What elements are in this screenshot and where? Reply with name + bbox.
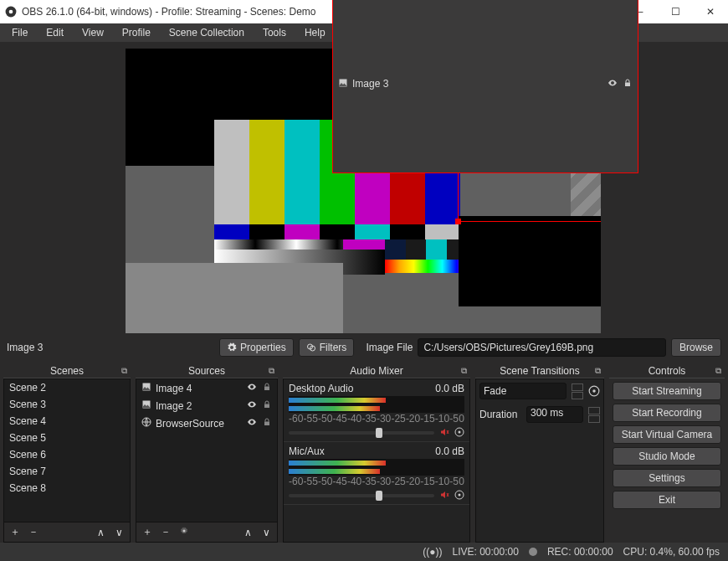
status-bar: ((●)) LIVE: 00:00:00 REC: 00:00:00 CPU: … <box>0 543 728 561</box>
lock-icon[interactable] <box>262 417 272 430</box>
lock-icon[interactable] <box>262 399 272 412</box>
menu-file[interactable]: File <box>8 25 31 40</box>
status-live: LIVE: 00:00:00 <box>452 546 518 558</box>
source-label: Image 4 <box>156 383 192 394</box>
svg-point-16 <box>459 493 461 496</box>
popout-icon[interactable]: ⧉ <box>121 366 127 376</box>
gear-icon <box>179 526 189 536</box>
mute-icon[interactable] <box>439 490 449 502</box>
selected-source-label: Image 3 <box>7 342 214 353</box>
scenes-list[interactable]: Scene 1Scene 2Scene 3Scene 4Scene 5Scene… <box>3 378 131 522</box>
visibility-icon[interactable] <box>247 399 257 412</box>
svg-rect-9 <box>264 404 269 409</box>
mixer-header: Audio Mixer <box>350 365 402 377</box>
popout-icon[interactable]: ⧉ <box>461 366 467 376</box>
transitions-panel: Scene Transitions⧉ Fade Duration 300 ms <box>475 363 604 543</box>
duration-label: Duration <box>479 409 521 420</box>
filters-button[interactable]: Filters <box>299 338 355 357</box>
scenes-header: Scenes <box>50 365 84 377</box>
duration-input[interactable]: 300 ms <box>526 406 583 423</box>
scene-down-button[interactable]: ∨ <box>111 527 126 538</box>
gear-icon[interactable] <box>454 427 464 440</box>
scene-item[interactable]: Scene 3 <box>4 396 130 413</box>
meter <box>289 396 464 404</box>
channel-name: Mic/Aux <box>289 445 325 457</box>
svg-point-14 <box>459 430 461 433</box>
channel-db: 0.0 dB <box>435 383 464 394</box>
source-item[interactable]: Image 4 <box>136 379 277 397</box>
menu-view[interactable]: View <box>79 25 107 40</box>
popout-icon[interactable]: ⧉ <box>269 366 274 376</box>
scene-item[interactable]: Scene 8 <box>4 480 130 497</box>
volume-slider[interactable] <box>289 431 434 435</box>
scene-item[interactable]: Scene 4 <box>4 413 130 430</box>
meter <box>289 404 464 413</box>
meter <box>289 467 464 476</box>
volume-slider[interactable] <box>289 494 434 497</box>
source-item[interactable]: Image 2 <box>136 397 277 414</box>
scenes-toolbar: ＋ － ∧ ∨ <box>3 522 131 543</box>
channel-name: Desktop Audio <box>289 383 353 394</box>
control-start-recording[interactable]: Start Recording <box>613 404 721 422</box>
menu-help[interactable]: Help <box>301 25 329 40</box>
sources-list[interactable]: Image 4Image 3Image 2BrowserSource <box>136 378 278 522</box>
add-source-button[interactable]: ＋ <box>140 525 155 539</box>
duration-spinner[interactable] <box>588 407 600 423</box>
scene-item[interactable]: Scene 6 <box>4 446 130 463</box>
mute-icon[interactable] <box>439 427 449 440</box>
gear-icon <box>227 342 237 353</box>
svg-rect-5 <box>264 387 269 391</box>
image-file-label: Image File <box>359 342 413 353</box>
add-scene-button[interactable]: ＋ <box>8 525 23 539</box>
scene-item[interactable]: Scene 5 <box>4 430 130 446</box>
scene-up-button[interactable]: ∧ <box>93 527 108 538</box>
visibility-icon[interactable] <box>247 382 257 394</box>
source-item[interactable]: BrowserSource <box>136 414 277 432</box>
globe-icon <box>141 417 151 430</box>
menu-edit[interactable]: Edit <box>43 25 67 40</box>
window-title: OBS 26.1.0 (64-bit, windows) - Profile: … <box>17 6 315 18</box>
close-button[interactable]: ✕ <box>693 0 728 23</box>
maximize-button[interactable]: ☐ <box>658 0 693 23</box>
scene-item[interactable]: Scene 7 <box>4 463 130 480</box>
control-start-virtual-camera[interactable]: Start Virtual Camera <box>613 425 721 444</box>
remove-scene-button[interactable]: － <box>26 525 41 539</box>
status-cpu: CPU: 0.4%, 60.00 fps <box>623 546 720 558</box>
status-rec: REC: 00:00:00 <box>547 546 613 558</box>
scenes-panel: Scenes⧉ Scene 1Scene 2Scene 3Scene 4Scen… <box>3 363 131 543</box>
transition-spinner[interactable] <box>572 383 583 399</box>
transition-select[interactable]: Fade <box>479 383 567 399</box>
gear-icon[interactable] <box>454 490 464 502</box>
audio-mixer-panel: Audio Mixer⧉ Desktop Audio0.0 dB-60-55-5… <box>283 363 470 543</box>
svg-point-1 <box>9 10 13 14</box>
menu-profile[interactable]: Profile <box>119 25 154 40</box>
control-studio-mode[interactable]: Studio Mode <box>613 447 721 466</box>
control-start-streaming[interactable]: Start Streaming <box>613 382 721 400</box>
popout-icon[interactable]: ⧉ <box>595 366 601 376</box>
image-icon <box>141 382 151 394</box>
broadcast-icon: ((●)) <box>423 546 442 558</box>
source-properties-row: Image 3 Properties Filters Image File C:… <box>0 335 728 360</box>
svg-point-18 <box>592 389 596 393</box>
controls-panel: Controls⧉ Start StreamingStart Recording… <box>609 363 725 543</box>
channel-db: 0.0 dB <box>435 445 464 457</box>
lock-icon[interactable] <box>262 382 272 394</box>
gear-icon[interactable] <box>588 385 600 397</box>
source-down-button[interactable]: ∨ <box>259 527 274 538</box>
popout-icon[interactable]: ⧉ <box>715 366 721 376</box>
browse-button[interactable]: Browse <box>671 338 721 357</box>
source-up-button[interactable]: ∧ <box>240 527 255 538</box>
visibility-icon[interactable] <box>247 417 257 430</box>
scene-item[interactable]: Scene 2 <box>4 379 130 396</box>
image-icon <box>141 399 151 412</box>
control-settings[interactable]: Settings <box>613 469 721 487</box>
menu-tools[interactable]: Tools <box>259 25 290 40</box>
remove-source-button[interactable]: － <box>158 525 173 539</box>
source-properties-button[interactable] <box>177 526 192 538</box>
menu-scene-collection[interactable]: Scene Collection <box>166 25 248 40</box>
properties-button[interactable]: Properties <box>219 338 294 357</box>
image-file-path[interactable]: C:/Users/OBS/Pictures/Grey169B.png <box>418 338 666 357</box>
control-exit[interactable]: Exit <box>613 491 721 509</box>
source-label: Image 2 <box>156 400 192 412</box>
sources-header: Sources <box>188 365 225 377</box>
